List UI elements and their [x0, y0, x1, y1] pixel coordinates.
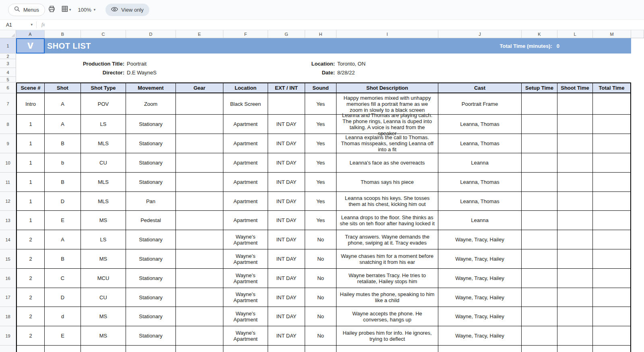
- cell-shot_type[interactable]: MS: [81, 326, 126, 346]
- cell-location[interactable]: Apartment: [223, 173, 268, 192]
- cell-setup_time[interactable]: [522, 307, 557, 326]
- cell-sound[interactable]: Yes: [305, 93, 336, 115]
- row-header-19[interactable]: 19: [0, 326, 16, 346]
- cell-total_time[interactable]: [593, 153, 631, 173]
- column-header-H[interactable]: H: [305, 30, 336, 38]
- row-header-1[interactable]: 1: [0, 38, 16, 54]
- cell-description[interactable]: Leanna and Thomas are playing catch. The…: [336, 115, 438, 134]
- cell-gear[interactable]: [176, 230, 223, 249]
- cell-cast[interactable]: Leanna, Thomas: [438, 192, 522, 211]
- cell-shot_type[interactable]: LS: [81, 230, 126, 249]
- cell-setup_time[interactable]: [522, 173, 557, 192]
- cell-setup_time[interactable]: [522, 326, 557, 346]
- cell-description[interactable]: Wayne berrates Tracy. He tries to retali…: [336, 269, 438, 288]
- cell-shot_type[interactable]: MCU: [81, 269, 126, 288]
- row-header-6[interactable]: 6: [0, 82, 16, 93]
- cell-scene[interactable]: 1: [16, 134, 45, 153]
- cell-scene[interactable]: [16, 346, 45, 352]
- cell-scene[interactable]: 2: [16, 307, 45, 326]
- cell-shoot_time[interactable]: [557, 269, 593, 288]
- cell-total_time[interactable]: [593, 230, 631, 249]
- name-box[interactable]: A1 ▾: [0, 22, 36, 28]
- cell-ext_int[interactable]: INT DAY: [268, 211, 305, 230]
- cell-shoot_time[interactable]: [557, 153, 593, 173]
- cell-setup_time[interactable]: [522, 288, 557, 307]
- column-header-J[interactable]: J: [438, 30, 522, 38]
- cell-movement[interactable]: Stationary: [126, 249, 176, 269]
- column-header-L[interactable]: L: [557, 30, 593, 38]
- cell-description[interactable]: Leanna's face as she overreacts: [336, 153, 438, 173]
- row-header-20[interactable]: 20: [0, 346, 16, 352]
- cell-ext_int[interactable]: INT DAY: [268, 192, 305, 211]
- cell-shot_type[interactable]: MLS: [81, 192, 126, 211]
- row-header-18[interactable]: 18: [0, 307, 16, 326]
- select-all-corner[interactable]: [0, 30, 16, 38]
- cell-gear[interactable]: [176, 307, 223, 326]
- print-button[interactable]: [45, 4, 58, 16]
- cell-total_time[interactable]: [593, 93, 631, 115]
- cell-gear[interactable]: [176, 134, 223, 153]
- cell-gear[interactable]: [176, 173, 223, 192]
- cell-setup_time[interactable]: [522, 134, 557, 153]
- cell-shot[interactable]: A: [45, 93, 81, 115]
- cell-ext_int[interactable]: INT DAY: [268, 153, 305, 173]
- cell-shot_type[interactable]: MS: [81, 211, 126, 230]
- cell-location[interactable]: Wayne's Apartment: [223, 249, 268, 269]
- cell-shot[interactable]: D: [45, 192, 81, 211]
- cell-sound[interactable]: No: [305, 230, 336, 249]
- cell-location[interactable]: Apartment: [223, 192, 268, 211]
- cell-shot_type[interactable]: MS: [81, 249, 126, 269]
- cell-movement[interactable]: Stationary: [126, 288, 176, 307]
- cell-description[interactable]: Wayne chases him for a moment before sna…: [336, 249, 438, 269]
- cell-ext_int[interactable]: INT DAY: [268, 134, 305, 153]
- cell-scene[interactable]: 1: [16, 192, 45, 211]
- header-cell-setup-time[interactable]: Setup Time: [522, 83, 557, 93]
- total-time-summary[interactable]: Total Time (minutes): 0: [500, 43, 631, 49]
- cell-movement[interactable]: Stationary: [126, 134, 176, 153]
- cell-movement[interactable]: Stationary: [126, 115, 176, 134]
- cell-ext_int[interactable]: INT DAY: [268, 173, 305, 192]
- cell-sound[interactable]: Yes: [305, 211, 336, 230]
- header-cell-shot[interactable]: Shot: [45, 83, 81, 93]
- director-label[interactable]: Director:: [16, 70, 126, 76]
- cell-cast[interactable]: Leanna: [438, 153, 522, 173]
- cell-shot_type[interactable]: [81, 346, 126, 352]
- header-cell-cast[interactable]: Cast: [438, 83, 522, 93]
- cell-movement[interactable]: Stationary: [126, 153, 176, 173]
- cell-location[interactable]: Wayne's Apartment: [223, 230, 268, 249]
- cell-cast[interactable]: Wayne, Tracy, Hailey: [438, 249, 522, 269]
- cell-movement[interactable]: Stationary: [126, 230, 176, 249]
- cell-cast[interactable]: Leanna, Thomas: [438, 115, 522, 134]
- cell-sound[interactable]: No: [305, 326, 336, 346]
- cell-shot[interactable]: C: [45, 269, 81, 288]
- cell-movement[interactable]: Pedestal: [126, 211, 176, 230]
- cell-movement[interactable]: Stationary: [126, 269, 176, 288]
- cell-sound[interactable]: Yes: [305, 134, 336, 153]
- cell-ext_int[interactable]: INT DAY: [268, 230, 305, 249]
- column-header-K[interactable]: K: [522, 30, 557, 38]
- row-header-9[interactable]: 9: [0, 134, 16, 153]
- cell-ext_int[interactable]: INT DAY: [268, 307, 305, 326]
- cell-setup_time[interactable]: [522, 93, 557, 115]
- cell-shot_type[interactable]: LS: [81, 115, 126, 134]
- production-title-value[interactable]: Poortrait: [126, 61, 223, 67]
- column-header-A[interactable]: A: [16, 30, 45, 38]
- column-header-C[interactable]: C: [81, 30, 126, 38]
- cell-cast[interactable]: Wayne, Tracy, Hailey: [438, 288, 522, 307]
- cell-location[interactable]: Black Screen: [223, 93, 268, 115]
- cell-ext_int[interactable]: [268, 346, 305, 352]
- cell-shot_type[interactable]: CU: [81, 153, 126, 173]
- cell-movement[interactable]: Stationary: [126, 307, 176, 326]
- cell-gear[interactable]: [176, 346, 223, 352]
- cell-shoot_time[interactable]: [557, 211, 593, 230]
- cell-description[interactable]: Leanna scoops his keys. She tosses them …: [336, 192, 438, 211]
- row-header-5[interactable]: 5: [0, 77, 16, 82]
- number-format-button[interactable]: ▾: [58, 4, 74, 16]
- cell-movement[interactable]: Stationary: [126, 326, 176, 346]
- cell-ext_int[interactable]: INT DAY: [268, 249, 305, 269]
- cell-location[interactable]: Wayne's Apartment: [223, 326, 268, 346]
- row-header-16[interactable]: 16: [0, 269, 16, 288]
- header-cell-shot-type[interactable]: Shot Type: [81, 83, 126, 93]
- cell-shoot_time[interactable]: [557, 326, 593, 346]
- cell-shot_type[interactable]: MS: [81, 307, 126, 326]
